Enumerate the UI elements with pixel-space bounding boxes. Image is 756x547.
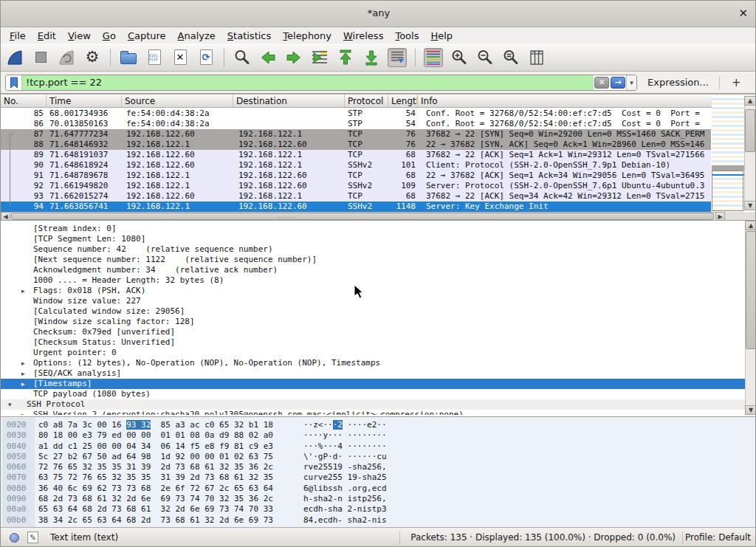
hex-row[interactable]: 006072 76 65 32 35 35 31 39 2d 73 68 61 … <box>1 462 756 472</box>
zoom-out-icon[interactable] <box>475 48 495 67</box>
start-capture-icon[interactable] <box>5 48 24 67</box>
hex-row[interactable]: 00b038 34 2c 65 63 64 68 2d 73 68 61 32 … <box>1 515 756 526</box>
hex-row[interactable]: 0040a1 dd c1 25 00 00 04 34 06 14 f5 e8 … <box>1 441 756 452</box>
menu-wireless[interactable]: Wireless <box>337 29 389 43</box>
packet-row[interactable]: 9271.661949820192.168.122.1192.168.122.6… <box>1 181 711 191</box>
wireshark-window: *any ✕ File Edit View Go Capture Analyze… <box>0 0 756 547</box>
col-info[interactable]: Info <box>418 95 744 107</box>
menu-help[interactable]: Help <box>425 29 458 43</box>
open-file-icon[interactable] <box>119 48 138 67</box>
menu-statistics[interactable]: Statistics <box>221 29 277 43</box>
close-icon[interactable]: ✕ <box>738 7 748 20</box>
packet-row[interactable]: 9171.648789678192.168.122.1192.168.122.6… <box>1 171 711 181</box>
detail-line[interactable]: Checksum: 0x79ed [unverified] <box>1 327 756 337</box>
detail-line-seqack[interactable]: ▸[SEQ/ACK analysis] <box>1 368 756 379</box>
packet-row[interactable]: 9071.648618924192.168.122.60192.168.122.… <box>1 160 711 171</box>
detail-line[interactable]: [Calculated window size: 29056] <box>1 306 756 317</box>
last-packet-icon[interactable] <box>362 48 381 67</box>
expert-info-icon[interactable] <box>10 533 19 543</box>
col-no[interactable]: No. <box>1 95 47 107</box>
packet-row[interactable]: 9371.662015274192.168.122.60192.168.122.… <box>1 191 711 202</box>
detail-line-options[interactable]: ▸Options: (12 bytes), No-Operation (NOP)… <box>1 358 756 368</box>
stop-capture-icon[interactable] <box>31 48 50 67</box>
col-length[interactable]: Length <box>388 95 418 107</box>
intelligent-scrollbar[interactable] <box>712 96 744 212</box>
reload-file-icon[interactable]: ⟳ <box>196 48 216 67</box>
packet-row[interactable]: 8971.648191037192.168.122.60192.168.122.… <box>1 150 711 160</box>
hex-row[interactable]: 00505c 27 b2 67 50 ad 64 98 1d 92 00 00 … <box>1 452 756 462</box>
pane-splitter-grip[interactable]: ······ <box>278 216 296 219</box>
hex-row[interactable]: 007063 75 72 76 65 32 35 35 31 39 2d 73 … <box>1 472 756 483</box>
zoom-in-icon[interactable] <box>450 48 469 67</box>
filter-clear-icon[interactable]: ✕ <box>594 77 609 89</box>
menu-file[interactable]: File <box>4 29 32 43</box>
previous-packet-icon[interactable] <box>258 48 278 67</box>
restart-capture-icon[interactable] <box>57 48 76 67</box>
detail-line[interactable]: [Window size scaling factor: 128] <box>1 317 756 327</box>
scroll-down-icon[interactable]: ▼ <box>744 201 756 210</box>
hex-row[interactable]: 008036 40 6c 69 62 73 73 68 2e 6f 72 67 … <box>1 484 756 494</box>
menu-view[interactable]: View <box>62 29 97 43</box>
filter-apply-icon[interactable]: → <box>611 77 625 89</box>
status-profile[interactable]: Profile: Default <box>685 532 751 543</box>
col-protocol[interactable]: Protocol <box>345 95 388 107</box>
hex-row[interactable]: 009068 2d 73 68 61 32 2d 6e 69 73 74 70 … <box>1 494 756 504</box>
pane-splitter-grip[interactable]: ······ <box>376 413 394 416</box>
detail-line[interactable]: Urgent pointer: 0 <box>1 348 756 358</box>
save-file-icon[interactable]: 0101 0110 <box>145 48 164 67</box>
packet-row[interactable]: 8771.647777234192.168.122.60192.168.122.… <box>1 129 711 140</box>
packet-row-selected[interactable]: 9471.663856741192.168.122.1192.168.122.6… <box>1 202 711 212</box>
packet-row[interactable]: 8670.013850163fe:54:00:d4:38:2aSTP54Conf… <box>1 119 711 129</box>
menu-telephony[interactable]: Telephony <box>277 29 337 43</box>
detail-line[interactable]: Acknowledgment number: 34 (relative ack … <box>1 265 756 275</box>
detail-line[interactable]: [Next sequence number: 1122 (relative se… <box>1 255 756 265</box>
scroll-down-icon[interactable]: ▼ <box>745 405 756 415</box>
detail-line-timestamps-selected[interactable]: ▸[Timestamps] <box>1 379 756 389</box>
colorize-packets-icon[interactable] <box>424 48 443 67</box>
capture-comment-icon[interactable]: ✎ <box>27 531 38 543</box>
menu-tools[interactable]: Tools <box>389 29 425 43</box>
filter-dropdown-icon[interactable]: ▾ <box>626 75 636 90</box>
go-to-packet-icon[interactable] <box>310 48 329 67</box>
close-file-icon[interactable]: ✕ <box>171 48 190 67</box>
packet-row[interactable]: 8568.001734936fe:54:00:d4:38:2aSTP54Conf… <box>1 109 711 119</box>
menu-go[interactable]: Go <box>97 29 122 43</box>
menu-capture[interactable]: Capture <box>122 29 172 43</box>
detail-line-flags[interactable]: ▸Flags: 0x018 (PSH, ACK) <box>1 286 756 296</box>
stream-bracket <box>10 134 13 206</box>
detail-line[interactable]: [TCP Segment Len: 1080] <box>1 234 756 244</box>
add-filter-button[interactable]: + <box>727 76 746 89</box>
title-bar: *any ✕ <box>1 1 756 27</box>
scroll-up-icon[interactable]: ▲ <box>745 221 756 230</box>
detail-line[interactable]: [Stream index: 0] <box>1 224 756 234</box>
find-packet-icon[interactable] <box>233 48 252 67</box>
expression-button[interactable]: Expression... <box>647 77 709 88</box>
hex-row[interactable]: 0020c0 a8 7a 3c 00 16 93 32 85 a3 ac c0 … <box>1 420 756 430</box>
details-vthumb[interactable] <box>746 231 756 349</box>
detail-line[interactable]: Window size value: 227 <box>1 296 756 306</box>
detail-line[interactable]: Sequence number: 42 (relative sequence n… <box>1 244 756 255</box>
col-destination[interactable]: Destination <box>233 95 345 107</box>
filter-input[interactable] <box>22 75 594 90</box>
filter-bookmark-icon[interactable] <box>6 75 22 90</box>
detail-line-ssh-protocol[interactable]: ▾SSH Protocol <box>1 399 756 410</box>
scroll-up-icon[interactable]: ▲ <box>744 96 756 106</box>
detail-line[interactable]: [Checksum Status: Unverified] <box>1 337 756 348</box>
col-time[interactable]: Time <box>47 95 122 107</box>
packet-list-hthumb[interactable] <box>11 213 714 220</box>
packet-row[interactable]: 8871.648146932192.168.122.1192.168.122.6… <box>1 140 711 150</box>
zoom-100-icon[interactable] <box>501 48 520 67</box>
first-packet-icon[interactable] <box>336 48 355 67</box>
next-packet-icon[interactable] <box>284 48 303 67</box>
resize-columns-icon[interactable] <box>527 48 546 67</box>
menu-analyze[interactable]: Analyze <box>172 29 221 43</box>
packet-list-vthumb[interactable] <box>745 109 755 152</box>
auto-scroll-icon[interactable] <box>388 48 407 67</box>
hex-row[interactable]: 003080 18 00 e3 79 ed 00 00 01 01 08 0a … <box>1 430 756 441</box>
col-source[interactable]: Source <box>122 95 233 107</box>
capture-options-icon[interactable]: ⚙ <box>83 48 102 67</box>
detail-line[interactable]: TCP payload (1080 bytes) <box>1 389 756 399</box>
menu-edit[interactable]: Edit <box>32 29 62 43</box>
detail-line[interactable]: 1000 .... = Header Length: 32 bytes (8) <box>1 275 756 286</box>
hex-row[interactable]: 00a065 63 64 68 2d 73 68 61 32 2d 6e 69 … <box>1 504 756 515</box>
